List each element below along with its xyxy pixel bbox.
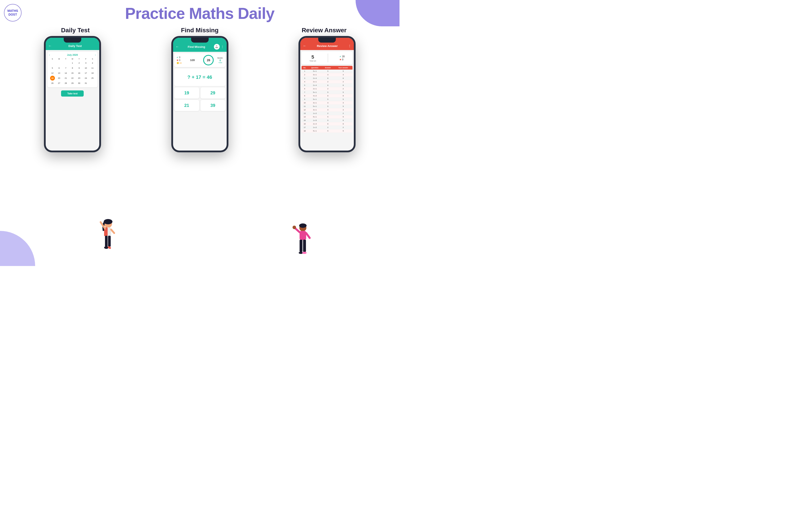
- cal-day[interactable]: 29: [70, 81, 75, 86]
- phone3-back-arrow[interactable]: ←: [303, 44, 306, 48]
- table-row: 42 x 122: [301, 80, 353, 83]
- cal-next-arrow[interactable]: ›: [95, 54, 95, 56]
- cal-day[interactable]: 3: [83, 61, 88, 65]
- cal-day[interactable]: 7: [63, 65, 68, 71]
- cal-day[interactable]: 6: [57, 65, 61, 71]
- logo: MATHSDOST: [4, 4, 21, 21]
- fm-progress-circle: 26: [203, 55, 214, 65]
- cal-day[interactable]: 26: [50, 81, 55, 86]
- phone2-header-title: Find Missing: [181, 45, 212, 49]
- cal-day[interactable]: 11: [90, 65, 95, 71]
- wrong-count: 0: [179, 59, 181, 61]
- cal-day[interactable]: 12: [50, 71, 55, 76]
- character-right: [291, 222, 315, 264]
- decorative-blob-top-right: [356, 0, 400, 26]
- phone1-back-arrow[interactable]: ←: [48, 44, 52, 48]
- rv-td-your_answer: 8: [334, 122, 353, 126]
- svg-rect-16: [300, 240, 302, 252]
- cal-day[interactable]: 13: [57, 71, 61, 76]
- cal-day[interactable]: 24: [83, 76, 88, 80]
- cal-day[interactable]: 2: [77, 61, 81, 65]
- rv-correct-count: 20: [342, 55, 345, 58]
- rv-td-answer: 5: [322, 91, 334, 94]
- phone1-notch: [64, 38, 81, 42]
- rv-td-question: 1 x 5: [308, 119, 322, 122]
- rv-td-answer: 8: [322, 77, 334, 80]
- rv-td-question: 4 x 2: [308, 94, 322, 98]
- cal-day[interactable]: 16: [77, 71, 81, 76]
- rv-td-no: 4: [301, 80, 308, 83]
- rv-td-no: 2: [301, 73, 308, 77]
- table-row: 52 x 488: [301, 83, 353, 87]
- table-row: 95 x 155: [301, 98, 353, 101]
- rv-td-your_answer: 8: [334, 94, 353, 98]
- cal-day[interactable]: 28: [63, 81, 68, 86]
- fm-answer-2[interactable]: 21: [174, 100, 199, 111]
- score-plus: +500: [218, 62, 222, 64]
- rv-td-your_answer: 5: [334, 129, 353, 133]
- cal-day[interactable]: 15: [70, 71, 75, 76]
- cal-day[interactable]: 23: [77, 76, 81, 80]
- rv-td-answer: 8: [322, 94, 334, 98]
- rv-td-no: 3: [301, 77, 308, 80]
- phone3-menu-icon[interactable]: ⋮: [348, 44, 351, 48]
- cal-day[interactable]: 25: [90, 76, 95, 80]
- cal-day[interactable]: 4: [90, 61, 95, 65]
- rv-td-question: 2 x 4: [308, 83, 322, 87]
- cal-day[interactable]: 17: [83, 71, 88, 76]
- section-title-find-missing: Find Missing: [137, 27, 262, 34]
- cal-day[interactable]: 30: [77, 81, 81, 86]
- set-badge: 1Set: [214, 44, 220, 50]
- fm-answer-3[interactable]: 39: [201, 100, 225, 111]
- rv-correct-row: ✔ 20: [339, 55, 345, 58]
- rv-td-your_answer: 2: [334, 112, 353, 115]
- svg-point-19: [302, 252, 306, 254]
- table-row: 32 x 488: [301, 77, 353, 80]
- rv-td-your_answer: 3: [334, 108, 353, 112]
- cal-day[interactable]: 14: [63, 71, 68, 76]
- rv-th-question: Question: [308, 66, 322, 70]
- cal-day[interactable]: 1: [70, 61, 75, 65]
- cal-day[interactable]: 21: [63, 76, 68, 80]
- take-test-button[interactable]: Take test: [61, 91, 84, 97]
- table-row: 162 x 488: [301, 122, 353, 126]
- cal-day[interactable]: 20: [57, 76, 61, 80]
- cal-prev-arrow[interactable]: ‹: [49, 54, 50, 56]
- phone2-back-arrow[interactable]: ←: [176, 45, 179, 49]
- cal-day: [63, 61, 68, 65]
- cal-day[interactable]: 9: [77, 65, 81, 71]
- rv-td-answer: 3: [322, 108, 334, 112]
- rv-td-your_answer: 2: [334, 87, 353, 91]
- fm-answer-1[interactable]: 29: [201, 87, 225, 98]
- table-row: 185 x 155: [301, 129, 353, 133]
- rv-td-answer: 5: [322, 70, 334, 73]
- rv-td-no: 11: [301, 105, 308, 108]
- cal-day[interactable]: 19: [50, 76, 55, 80]
- rv-td-answer: 8: [322, 122, 334, 126]
- rv-results: ✔ 20 ✖ 0: [339, 55, 345, 61]
- fm-answer-0[interactable]: 19: [174, 87, 199, 98]
- check-icon: ✔: [176, 56, 178, 59]
- calendar-nav: ‹ July 2020 ›: [49, 54, 96, 56]
- rv-td-answer: 2: [322, 87, 334, 91]
- rv-td-your_answer: 3: [334, 101, 353, 105]
- phone2-menu-icon[interactable]: ⋮: [221, 45, 224, 49]
- cal-month-label: July 2020: [67, 54, 78, 56]
- cal-day[interactable]: 8: [70, 65, 75, 71]
- cal-day[interactable]: 10: [83, 65, 88, 71]
- cal-day[interactable]: 5: [50, 65, 55, 71]
- rv-td-your_answer: 5: [334, 119, 353, 122]
- cal-day[interactable]: 22: [70, 76, 75, 80]
- rv-td-no: 17: [301, 126, 308, 129]
- cal-day-header: T: [76, 57, 82, 60]
- table-row: 75 x 155: [301, 91, 353, 94]
- svg-line-5: [111, 230, 114, 233]
- rv-td-answer: 5: [322, 98, 334, 101]
- cal-day[interactable]: 18: [90, 71, 95, 76]
- rv-td-answer: 8: [322, 83, 334, 87]
- phone2-notch: [191, 38, 209, 42]
- cal-day[interactable]: 31: [83, 81, 88, 86]
- cal-day[interactable]: 27: [57, 81, 61, 86]
- phone2-frame: ← Find Missing 1Set ⋮ ✔ 0 ✖ 0: [171, 36, 228, 152]
- rv-td-no: 1: [301, 70, 308, 73]
